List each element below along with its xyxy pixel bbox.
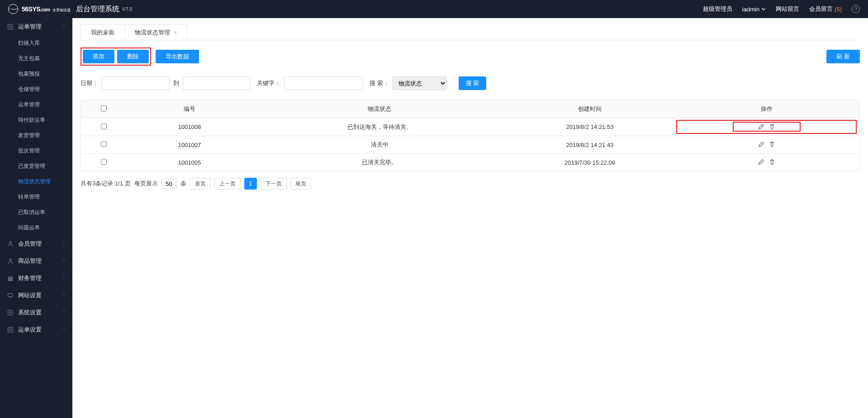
table-header-3: 创建时间 xyxy=(506,100,674,118)
close-icon[interactable]: × xyxy=(174,29,177,36)
system-version: V7.0 xyxy=(122,6,133,12)
row-code: 1001005 xyxy=(126,154,253,171)
header-member-msg[interactable]: 会员留言 (5) xyxy=(809,5,842,13)
svg-rect-0 xyxy=(8,24,13,29)
tab-0[interactable]: 我的桌面 xyxy=(81,24,125,40)
add-button[interactable]: 添加 xyxy=(83,50,114,63)
pager-summary: 共有3条记录 1/1 页 xyxy=(81,180,131,188)
sidebar-group-6[interactable]: 运单设置˅ xyxy=(0,321,72,338)
row-code: 1001008 xyxy=(126,118,253,136)
row-checkbox[interactable] xyxy=(101,124,107,129)
pager-last[interactable]: 尾页 xyxy=(290,178,311,190)
search-by-label: 搜 索： xyxy=(370,79,389,87)
sidebar-item-0-7[interactable]: 批次管理 xyxy=(0,143,72,158)
sidebar-item-0-10[interactable]: 转单管理 xyxy=(0,189,72,204)
date-from-input[interactable] xyxy=(102,76,170,90)
svg-rect-10 xyxy=(8,328,13,332)
sidebar-item-0-12[interactable]: 问题运单 xyxy=(0,220,72,235)
svg-rect-7 xyxy=(8,310,13,315)
sidebar-group-0[interactable]: 运单管理˄ xyxy=(0,18,72,35)
pagination: 共有3条记录 1/1 页 每页展示 条 首页 上一页 1 下一页 尾页 xyxy=(81,178,860,190)
sidebar-group-label: 运单设置 xyxy=(18,326,63,334)
row-ops xyxy=(733,122,801,132)
keyword-input[interactable] xyxy=(284,76,363,90)
data-table: 编号物流状态创建时间操作 1001008已到达海关，等待清关。2019/8/2 … xyxy=(81,100,860,171)
sidebar-item-0-11[interactable]: 已取消运单 xyxy=(0,204,72,220)
svg-rect-5 xyxy=(8,294,13,297)
highlight-box-buttons: 添加 删除 xyxy=(81,48,151,66)
delete-button[interactable]: 删除 xyxy=(117,50,149,63)
sidebar-item-0-8[interactable]: 已发货管理 xyxy=(0,158,72,174)
monitor-icon xyxy=(7,292,14,299)
sidebar-item-0-4[interactable]: 运单管理 xyxy=(0,97,72,112)
table-header-2: 物流状态 xyxy=(253,100,506,118)
user-icon xyxy=(7,241,14,247)
sidebar-item-0-2[interactable]: 包裹预报 xyxy=(0,66,72,81)
tabs-bar: 我的桌面物流状态管理× xyxy=(81,24,868,40)
sidebar-group-label: 网站设置 xyxy=(18,291,63,299)
trash-icon[interactable] xyxy=(769,159,775,165)
date-to-input[interactable] xyxy=(183,76,251,90)
user-icon xyxy=(7,258,14,264)
search-by-select[interactable]: 物流状态 xyxy=(393,76,447,90)
filter-bar: 日期： 到 关键字： 搜 索： 物流状态 搜 索 xyxy=(81,76,860,90)
row-checkbox[interactable] xyxy=(101,159,107,165)
toolbar: 添加 删除 导出数据 刷 新 xyxy=(81,48,860,66)
header-site-msg[interactable]: 网站留言 xyxy=(776,5,799,13)
sidebar-group-4[interactable]: 网站设置˅ xyxy=(0,287,72,304)
sidebar-item-0-1[interactable]: 无主包裹 xyxy=(0,51,72,66)
tab-1[interactable]: 物流状态管理× xyxy=(124,24,188,40)
doc-icon xyxy=(7,309,14,316)
table-header-4: 操作 xyxy=(674,100,859,118)
sidebar-item-0-6[interactable]: 发货管理 xyxy=(0,128,72,143)
logo-subtext: 全景物流通 xyxy=(52,8,71,12)
pager-prev[interactable]: 上一页 xyxy=(214,178,241,190)
logo-icon xyxy=(8,4,18,14)
header-user-menu[interactable]: iadmin xyxy=(742,6,766,13)
edit-icon[interactable] xyxy=(758,124,764,130)
sidebar-group-2[interactable]: 商品管理˅ xyxy=(0,252,72,270)
edit-icon[interactable] xyxy=(758,141,764,147)
row-time: 2019/7/30 15:22:09 xyxy=(506,154,674,171)
row-ops xyxy=(758,159,775,165)
sidebar-group-1[interactable]: 会员管理˅ xyxy=(0,235,72,252)
doc-icon xyxy=(7,24,14,30)
chevron-up-icon: ˄ xyxy=(63,24,65,29)
chevron-down-icon: ˅ xyxy=(63,276,65,281)
doc-icon xyxy=(7,327,14,333)
refresh-button[interactable]: 刷 新 xyxy=(826,50,860,63)
table-header-1: 编号 xyxy=(126,100,253,118)
pager-page-1[interactable]: 1 xyxy=(244,178,257,190)
pager-next[interactable]: 下一页 xyxy=(261,178,287,190)
export-button[interactable]: 导出数据 xyxy=(156,50,199,63)
logo-text: 56SYS.com xyxy=(22,5,50,13)
row-time: 2019/8/2 14:21:43 xyxy=(506,136,674,154)
edit-icon[interactable] xyxy=(758,159,764,165)
row-checkbox[interactable] xyxy=(101,141,107,147)
date-label: 日期： xyxy=(81,79,98,87)
content-pane: 我的桌面物流状态管理× 添加 删除 导出数据 刷 新 日期： 到 关键字： 搜 … xyxy=(72,18,868,418)
sidebar-item-0-3[interactable]: 仓储管理 xyxy=(0,81,72,97)
sidebar-group-3[interactable]: 财务管理˅ xyxy=(0,270,72,287)
select-all-checkbox[interactable] xyxy=(101,105,107,111)
per-page-input[interactable] xyxy=(161,178,177,189)
sidebar-item-0-0[interactable]: 扫描入库 xyxy=(0,35,72,51)
pager-per-label: 每页展示 xyxy=(134,180,158,188)
trash-icon[interactable] xyxy=(769,124,775,130)
sidebar-group-5[interactable]: 系统设置˅ xyxy=(0,304,72,321)
sidebar-group-label: 运单管理 xyxy=(18,23,63,31)
app-header: 56SYS.com 全景物流通 后台管理系统 V7.0 超级管理员 iadmin… xyxy=(0,0,868,18)
trash-icon[interactable] xyxy=(769,141,775,147)
table-row: 1001005已清关完毕。2019/7/30 15:22:09 xyxy=(81,154,859,171)
date-to-label: 到 xyxy=(173,79,179,87)
row-status: 清关中 xyxy=(253,136,506,154)
logo: 56SYS.com 全景物流通 xyxy=(8,4,71,14)
table-row: 1001008已到达海关，等待清关。2019/8/2 14:21:53 xyxy=(81,118,859,136)
sidebar-item-0-9[interactable]: 物流状态管理 xyxy=(0,174,72,189)
search-button[interactable]: 搜 索 xyxy=(459,76,487,90)
sidebar-item-0-5[interactable]: 待付款运单 xyxy=(0,112,72,128)
pager-first[interactable]: 首页 xyxy=(190,178,211,190)
tab-label: 物流状态管理 xyxy=(135,28,170,37)
tab-label: 我的桌面 xyxy=(91,28,114,37)
help-icon[interactable]: ? xyxy=(852,5,860,13)
